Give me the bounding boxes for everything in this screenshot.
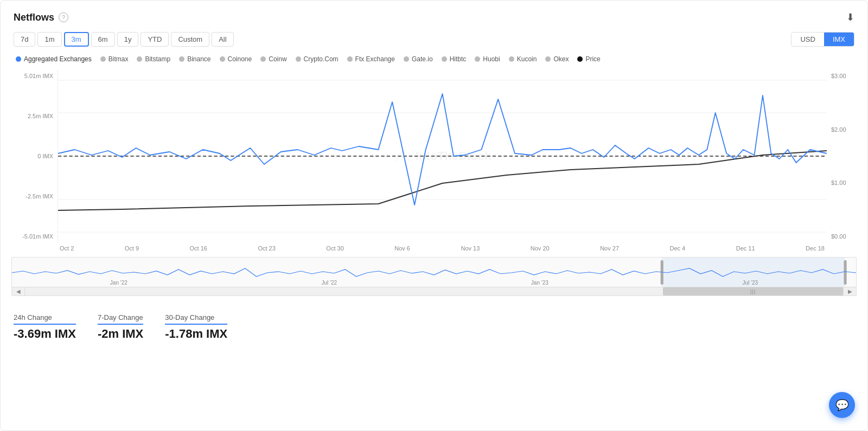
stat-label-30d: 30-Day Change (165, 313, 227, 325)
time-btn-1m[interactable]: 1m (37, 32, 61, 47)
y-label-2: 2.5m IMX (11, 113, 53, 119)
legend-crypto-com[interactable]: Crypto.Com (296, 55, 339, 63)
y-axis-left: 5.01m IMX 2.5m IMX 0 IMX -2.5m IMX -5.01… (11, 69, 58, 243)
stat-30d: 30-Day Change -1.78m IMX (165, 313, 227, 341)
legend-dot-bitmax (100, 56, 106, 62)
scroll-thumb[interactable]: ||| (663, 287, 843, 295)
legend-label-bitstamp: Bitstamp (145, 55, 170, 63)
y-label-top: 5.01m IMX (11, 73, 53, 79)
x-label-9: Nov 27 (600, 245, 619, 252)
download-icon[interactable]: ⬇ (846, 11, 854, 23)
legend-label-coinone: Coinone (228, 55, 252, 63)
scroll-left-btn[interactable]: ◀ (12, 287, 25, 296)
time-btn-ytd[interactable]: YTD (141, 32, 169, 47)
legend-price[interactable]: Price (577, 55, 600, 63)
x-axis: Oct 2 Oct 9 Oct 16 Oct 23 Oct 30 Nov 6 N… (58, 245, 827, 252)
legend-dot-coinone (220, 56, 225, 62)
x-label-5: Oct 30 (326, 245, 343, 252)
legend-label-coinw: Coinw (269, 55, 286, 63)
legend-coinw[interactable]: Coinw (260, 55, 286, 63)
minimap-label-jul23: Jul '23 (743, 280, 758, 286)
chart-legend: Aggregated Exchanges Bitmax Bitstamp Bin… (14, 55, 854, 63)
legend-dot-crypto-com (296, 56, 301, 62)
legend-dot-okex (545, 56, 551, 62)
stat-value-24h: -3.69m IMX (14, 327, 76, 341)
x-label-3: Oct 16 (190, 245, 207, 252)
y-label-bottom: -5.01m IMX (11, 233, 53, 240)
y-right-label-2: $2.00 (831, 126, 857, 133)
currency-usd[interactable]: USD (792, 33, 824, 46)
legend-binance[interactable]: Binance (179, 55, 210, 63)
time-btn-custom[interactable]: Custom (171, 32, 209, 47)
legend-dot-coinw (260, 56, 266, 62)
legend-label-aggregated: Aggregated Exchanges (24, 55, 92, 63)
minimap-label-jan23: Jan '23 (531, 280, 548, 286)
legend-label-crypto-com: Crypto.Com (304, 55, 339, 63)
y-label-mid: 0 IMX (11, 153, 53, 159)
legend-gate[interactable]: Gate.io (404, 55, 433, 63)
scroll-bar: ◀ ||| ▶ (12, 287, 856, 295)
stat-value-7d: -2m IMX (98, 327, 143, 341)
header-left: Netflows ? (14, 12, 68, 23)
time-btn-3m[interactable]: 3m (64, 32, 89, 47)
x-label-8: Nov 20 (531, 245, 550, 252)
stat-label-7d: 7-Day Change (98, 313, 143, 325)
minimap-label-jul22: Jul '22 (322, 280, 337, 286)
legend-okex[interactable]: Okex (545, 55, 569, 63)
legend-aggregated[interactable]: Aggregated Exchanges (16, 55, 92, 63)
time-btn-all[interactable]: All (212, 32, 233, 47)
legend-dot-ftx (347, 56, 353, 62)
legend-dot-bitstamp (137, 56, 142, 62)
legend-dot-gate (404, 56, 409, 62)
x-label-12: Dec 18 (806, 245, 825, 252)
chart-section: 5.01m IMX 2.5m IMX 0 IMX -2.5m IMX -5.01… (11, 69, 857, 296)
stat-label-24h: 24h Change (14, 313, 76, 325)
currency-imx[interactable]: IMX (824, 33, 854, 46)
legend-coinone[interactable]: Coinone (220, 55, 252, 63)
y-label-4: -2.5m IMX (11, 193, 53, 200)
stats-section: 24h Change -3.69m IMX 7-Day Change -2m I… (14, 309, 854, 341)
toolbar: 7d 1m 3m 6m 1y YTD Custom All USD IMX (14, 32, 854, 47)
x-label-4: Oct 23 (258, 245, 275, 252)
legend-label-price: Price (585, 55, 600, 63)
scroll-track: ||| (25, 287, 843, 295)
page-title: Netflows (14, 12, 54, 23)
time-btn-6m[interactable]: 6m (91, 32, 115, 47)
legend-dot-hitbtc (442, 56, 447, 62)
x-label-2: Oct 9 (125, 245, 139, 252)
legend-ftx[interactable]: Ftx Exchange (347, 55, 395, 63)
stat-value-30d: -1.78m IMX (165, 327, 227, 341)
stat-7d: 7-Day Change -2m IMX (98, 313, 143, 341)
scroll-right-btn[interactable]: ▶ (843, 287, 856, 296)
help-icon[interactable]: ? (59, 12, 68, 22)
legend-label-kucoin: Kucoin (517, 55, 537, 63)
legend-huobi[interactable]: Huobi (475, 55, 500, 63)
legend-hitbtc[interactable]: Hitbtc (442, 55, 467, 63)
legend-kucoin[interactable]: Kucoin (509, 55, 537, 63)
header: Netflows ? ⬇ (14, 11, 854, 23)
main-chart-svg (58, 69, 827, 243)
x-label-11: Dec 11 (736, 245, 755, 252)
time-filter-group: 7d 1m 3m 6m 1y YTD Custom All (14, 32, 234, 47)
minimap-label-jan22: Jan '22 (110, 280, 127, 286)
y-right-label-bottom: $0.00 (831, 233, 857, 240)
y-axis-right: $3.00 $2.00 $1.00 $0.00 (827, 69, 857, 243)
chat-button[interactable]: 💬 (829, 392, 855, 418)
minimap: Jan '22 Jul '22 Jan '23 Jul '23 ◀ ||| ▶ (11, 257, 857, 296)
legend-dot-aggregated (16, 56, 21, 62)
x-label-10: Dec 4 (670, 245, 686, 252)
stat-24h: 24h Change -3.69m IMX (14, 313, 76, 341)
y-right-label-top: $3.00 (831, 73, 857, 79)
legend-label-gate: Gate.io (412, 55, 433, 63)
x-label-1: Oct 2 (60, 245, 74, 252)
x-label-7: Nov 13 (461, 245, 480, 252)
legend-bitstamp[interactable]: Bitstamp (137, 55, 170, 63)
legend-bitmax[interactable]: Bitmax (100, 55, 129, 63)
main-container: Netflows ? ⬇ 7d 1m 3m 6m 1y YTD Custom A… (0, 0, 868, 431)
legend-label-okex: Okex (553, 55, 569, 63)
legend-dot-huobi (475, 56, 480, 62)
time-btn-7d[interactable]: 7d (14, 32, 35, 47)
legend-label-hitbtc: Hitbtc (450, 55, 467, 63)
time-btn-1y[interactable]: 1y (117, 32, 139, 47)
legend-dot-price (577, 56, 583, 62)
